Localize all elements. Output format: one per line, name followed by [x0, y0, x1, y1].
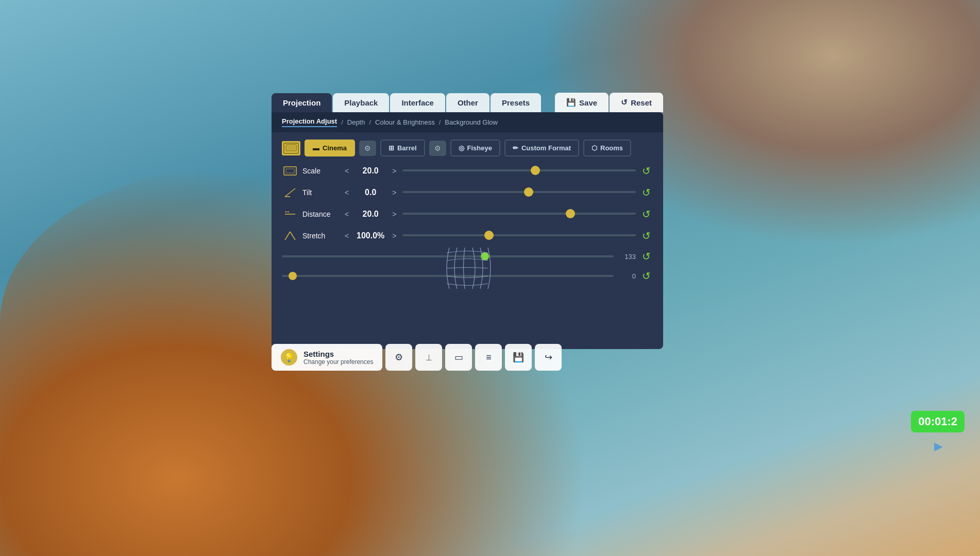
svg-rect-3 — [286, 169, 294, 173]
toolbar-person-icon: ⟂ — [426, 352, 432, 363]
svg-rect-0 — [286, 145, 296, 151]
svg-line-8 — [285, 232, 290, 240]
format-barrel-button[interactable]: ⊞ Barrel — [380, 140, 425, 157]
cinema-icon: ▬ — [313, 144, 319, 152]
scale-value: 20.0 — [355, 166, 386, 176]
settings-text: Settings Change your preferences — [303, 350, 373, 366]
scale-increase-button[interactable]: > — [390, 167, 398, 175]
timer-badge: 00:01:2 — [911, 411, 965, 432]
distance-increase-button[interactable]: > — [390, 210, 398, 218]
scale-decrease-button[interactable]: < — [343, 167, 351, 175]
tilt-label: Tilt — [302, 188, 339, 197]
stretch-icon — [282, 229, 298, 243]
save-button[interactable]: 💾 Save — [555, 93, 609, 112]
stretch-reset-button[interactable]: ↺ — [640, 230, 653, 242]
svg-line-4 — [285, 188, 295, 197]
tilt-value: 0.0 — [355, 188, 386, 197]
content-panel: Projection Adjust / Depth / Colour & Bri… — [272, 112, 663, 349]
timer-value: 00:01:2 — [918, 415, 957, 428]
stretch-value: 100.0% — [355, 231, 386, 240]
toolbar-menu-icon: ≡ — [486, 352, 492, 363]
format-cinema-button[interactable]: ▬ Cinema — [305, 140, 355, 157]
tilt-thumb[interactable] — [524, 187, 533, 197]
stretch-increase-button[interactable]: > — [390, 232, 398, 240]
scale-reset-button[interactable]: ↺ — [640, 165, 653, 177]
play-icon: ▶ — [934, 440, 943, 453]
tab-playback[interactable]: Playback — [333, 93, 389, 112]
toolbar-gear-button[interactable]: ⚙ — [385, 344, 412, 371]
tab-interface[interactable]: Interface — [390, 93, 445, 112]
breadcrumb-sep-1: / — [369, 118, 371, 126]
barrel-value-1: 133 — [618, 253, 636, 260]
distance-thumb[interactable] — [566, 209, 575, 218]
sliders-section: Scale < 20.0 > ↺ Ti — [272, 164, 663, 243]
breadcrumb-item-1[interactable]: Depth — [347, 118, 365, 126]
format-row: ▬ Cinema ⚙ ⊞ Barrel ⚙ ◎ Fisheye ✏ Custom… — [272, 132, 663, 164]
tab-other[interactable]: Other — [446, 93, 489, 112]
breadcrumb-item-2[interactable]: Colour & Brightness — [375, 118, 435, 126]
distance-label: Distance — [302, 210, 339, 218]
stretch-label: Stretch — [302, 232, 339, 240]
distance-track — [402, 213, 636, 215]
barrel-reset-2-button[interactable]: ↺ — [640, 270, 653, 282]
breadcrumb-item-0[interactable]: Projection Adjust — [282, 117, 337, 127]
toolbar-exit-button[interactable]: ↪ — [535, 344, 562, 371]
toolbar-person-button[interactable]: ⟂ — [415, 344, 442, 371]
barrel-visual — [439, 245, 496, 291]
stretch-slider[interactable] — [402, 234, 636, 237]
scale-thumb[interactable] — [531, 166, 540, 175]
main-panel: Projection Playback Interface Other Pres… — [272, 93, 663, 349]
cinema-settings-button[interactable]: ⚙ — [359, 141, 376, 156]
settings-panel[interactable]: 💡 Settings Change your preferences — [272, 344, 382, 371]
svg-text:⟷: ⟷ — [285, 211, 290, 214]
distance-decrease-button[interactable]: < — [343, 210, 351, 218]
barrel-reset-1-button[interactable]: ↺ — [640, 250, 653, 263]
tilt-increase-button[interactable]: > — [390, 188, 398, 197]
reset-button[interactable]: ↺ Reset — [610, 93, 663, 112]
format-custom-button[interactable]: ✏ Custom Format — [504, 140, 579, 157]
format-fisheye-button[interactable]: ◎ Fisheye — [450, 140, 500, 157]
tilt-row: Tilt < 0.0 > ↺ — [282, 185, 653, 200]
stretch-decrease-button[interactable]: < — [343, 232, 351, 240]
rooms-icon: ⬡ — [592, 144, 597, 152]
toolbar-screen-icon: ▭ — [454, 352, 463, 363]
tilt-reset-button[interactable]: ↺ — [640, 186, 653, 199]
tilt-decrease-button[interactable]: < — [343, 188, 351, 197]
custom-icon: ✏ — [513, 144, 518, 152]
toolbar-save-button[interactable]: 💾 — [505, 344, 532, 371]
scale-icon — [282, 164, 298, 178]
toolbar-screen-button[interactable]: ▭ — [445, 344, 472, 371]
scale-slider[interactable] — [402, 169, 636, 172]
settings-title: Settings — [303, 350, 373, 358]
breadcrumb-item-3[interactable]: Background Glow — [445, 118, 498, 126]
barrel-section: 133 ↺ 0 ↺ — [272, 250, 663, 282]
tilt-icon — [282, 185, 298, 200]
distance-icon: ⟷ — [282, 207, 298, 221]
barrel-settings-button[interactable]: ⚙ — [429, 141, 446, 156]
tab-projection[interactable]: Projection — [272, 93, 332, 112]
settings-subtitle: Change your preferences — [303, 358, 373, 366]
distance-reset-button[interactable]: ↺ — [640, 208, 653, 220]
distance-value: 20.0 — [355, 210, 386, 219]
toolbar-gear-icon: ⚙ — [395, 352, 403, 363]
stretch-track — [402, 234, 636, 236]
format-rooms-button[interactable]: ⬡ Rooms — [583, 140, 631, 157]
scale-track — [402, 169, 636, 171]
distance-slider[interactable] — [402, 213, 636, 216]
stretch-thumb[interactable] — [484, 231, 494, 240]
tilt-slider[interactable] — [402, 191, 636, 194]
svg-line-9 — [290, 232, 295, 240]
fisheye-icon: ◎ — [459, 144, 464, 152]
breadcrumb-sep-0: / — [341, 118, 343, 126]
screen-thumbnail-icon — [282, 141, 300, 155]
distance-row: ⟷ Distance < 20.0 > ↺ — [282, 207, 653, 221]
barrel-thumb-2[interactable] — [289, 272, 297, 280]
breadcrumb: Projection Adjust / Depth / Colour & Bri… — [272, 112, 663, 132]
scale-label: Scale — [302, 167, 339, 175]
toolbar-menu-button[interactable]: ≡ — [475, 344, 502, 371]
settings-bulb-icon: 💡 — [281, 349, 297, 366]
barrel-value-2: 0 — [618, 272, 636, 280]
toolbar-save-icon: 💾 — [513, 352, 524, 363]
tab-presets[interactable]: Presets — [491, 93, 541, 112]
play-button[interactable]: ▶ — [934, 440, 943, 453]
